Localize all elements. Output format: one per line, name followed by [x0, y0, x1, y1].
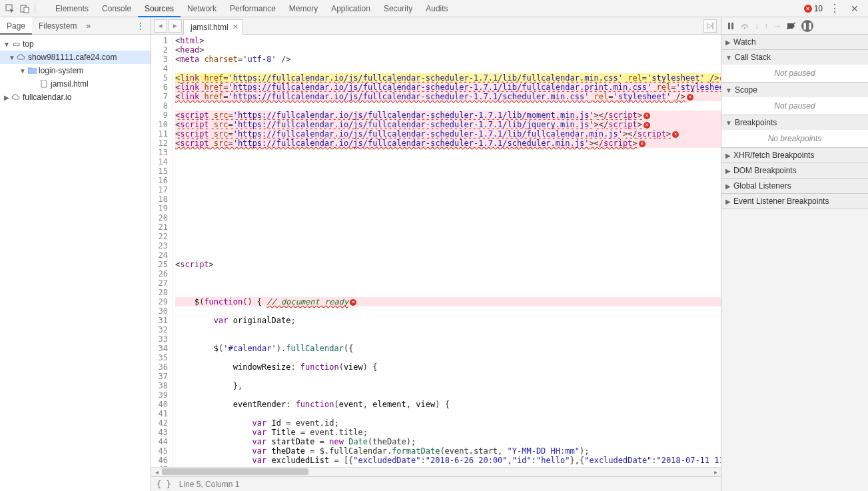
panel-dom: ▶DOM Breakpoints: [721, 163, 868, 179]
code-line[interactable]: $('#calendar').fullCalendar({: [175, 344, 721, 353]
tree-folder[interactable]: ▼login-system: [0, 64, 151, 77]
code-line[interactable]: <html>: [175, 36, 721, 45]
device-icon[interactable]: [17, 1, 32, 16]
code-line[interactable]: [175, 148, 721, 157]
debugger-pane: ↓ ↑ → ❚❚ ▶Watch ▼Call Stack Not paused ▼…: [721, 17, 868, 491]
code-line[interactable]: [175, 409, 721, 418]
tab-performance[interactable]: Performance: [223, 0, 282, 17]
panel-xhr: ▶XHR/fetch Breakpoints: [721, 148, 868, 163]
tab-audits[interactable]: Audits: [419, 0, 454, 17]
code-line[interactable]: [175, 232, 721, 241]
deactivate-bp-icon[interactable]: [787, 22, 796, 30]
navigator-tabs: Page Filesystem » ⋮: [0, 17, 151, 35]
code-line[interactable]: [175, 278, 721, 288]
code-editor[interactable]: 1234567891011121314151617181920212223242…: [151, 35, 721, 467]
code-line[interactable]: $(function() { // document ready×: [175, 297, 721, 306]
run-snippet-icon[interactable]: ▷|: [703, 19, 717, 33]
pause-icon[interactable]: [727, 22, 735, 30]
step-over-icon[interactable]: [740, 22, 749, 30]
code-line[interactable]: <script src='https://fullcalendar.io/js/…: [175, 129, 721, 139]
step-into-icon[interactable]: ↓: [755, 21, 759, 31]
nav-back-icon[interactable]: ◂: [154, 19, 167, 33]
code-line[interactable]: [175, 390, 721, 400]
code-line[interactable]: [175, 64, 721, 73]
code-line[interactable]: [175, 241, 721, 250]
close-icon[interactable]: ✕: [847, 3, 863, 14]
scroll-thumb[interactable]: [162, 468, 308, 475]
tree-domain2[interactable]: ▶fullcalendar.io: [0, 91, 151, 104]
code-line[interactable]: <link href='https://fullcalendar.io/js/f…: [175, 73, 721, 83]
step-out-icon[interactable]: ↑: [764, 21, 768, 31]
separator: [35, 3, 35, 14]
pause-exceptions-icon[interactable]: ❚❚: [801, 20, 813, 32]
code-line[interactable]: <script src='https://fullcalendar.io/js/…: [175, 111, 721, 120]
code-line[interactable]: <script src='https://fullcalendar.io/js/…: [175, 120, 721, 129]
code-line[interactable]: windowResize: function(view) {: [175, 362, 721, 372]
code-line[interactable]: <head>: [175, 45, 721, 55]
step-icon[interactable]: →: [773, 21, 781, 31]
code-line[interactable]: [175, 176, 721, 185]
code-line[interactable]: [175, 250, 721, 260]
code-line[interactable]: [175, 223, 721, 232]
code-line[interactable]: [175, 185, 721, 195]
navigator-menu-icon[interactable]: ⋮: [131, 21, 151, 31]
tab-console[interactable]: Console: [95, 0, 138, 17]
debug-toolbar: ↓ ↑ → ❚❚: [721, 17, 868, 35]
file-tab[interactable]: jamsil.html ✕: [183, 19, 243, 35]
code-line[interactable]: [175, 195, 721, 204]
code-line[interactable]: <link href='https://fullcalendar.io/js/f…: [175, 83, 721, 92]
tab-memory[interactable]: Memory: [282, 0, 324, 17]
code-line[interactable]: [175, 167, 721, 176]
inspect-icon[interactable]: [3, 1, 17, 16]
tab-application[interactable]: Application: [324, 0, 377, 17]
error-count-badge[interactable]: × 10: [804, 4, 823, 13]
line-gutter: 1234567891011121314151617181920212223242…: [151, 35, 173, 467]
code-line[interactable]: var originalDate;: [175, 316, 721, 325]
code-line[interactable]: <link href='https://fullcalendar.io/js/f…: [175, 92, 721, 101]
code-line[interactable]: var excludedList = [{"excludedDate":"201…: [175, 456, 721, 465]
scroll-track[interactable]: [162, 468, 710, 476]
code-line[interactable]: <script src='https://fullcalendar.io/js/…: [175, 139, 721, 148]
tree-file[interactable]: jamsil.html: [0, 77, 151, 91]
scroll-left-icon[interactable]: ◂: [151, 468, 162, 476]
code-line[interactable]: },: [175, 381, 721, 390]
svg-rect-4: [731, 23, 733, 29]
tree-domain[interactable]: ▼show981111.cafe24.com: [0, 51, 151, 64]
code-line[interactable]: eventRender: function(event, element, vi…: [175, 400, 721, 409]
tab-filesystem[interactable]: Filesystem: [32, 17, 83, 35]
tab-page[interactable]: Page: [0, 17, 32, 35]
code-line[interactable]: var startDate = new Date(theDate);: [175, 437, 721, 446]
code-line[interactable]: <script>: [175, 260, 721, 269]
code-line[interactable]: [175, 213, 721, 223]
code-line[interactable]: var Id = event.id;: [175, 418, 721, 428]
code-line[interactable]: var Title = event.title;: [175, 428, 721, 437]
code-line[interactable]: [175, 204, 721, 213]
close-tab-icon[interactable]: ✕: [232, 23, 238, 31]
code-line[interactable]: [175, 372, 721, 381]
panel-event: ▶Event Listener Breakpoints: [721, 194, 868, 209]
tab-elements[interactable]: Elements: [49, 0, 95, 17]
tree-top[interactable]: ▼▭top: [0, 37, 151, 51]
code-line[interactable]: [175, 269, 721, 278]
code-line[interactable]: [175, 306, 721, 316]
pretty-print-icon[interactable]: { }: [157, 480, 171, 489]
scroll-right-icon[interactable]: ▸: [710, 468, 721, 476]
tab-security[interactable]: Security: [377, 0, 419, 17]
code-line[interactable]: var theDate = $.fullCalendar.formatDate(…: [175, 446, 721, 456]
code-line[interactable]: [175, 101, 721, 111]
code-area[interactable]: <html><head><meta charset='utf-8' /> <li…: [173, 35, 721, 467]
code-line[interactable]: [175, 288, 721, 297]
settings-menu-icon[interactable]: ⋮: [825, 2, 844, 15]
code-line[interactable]: [175, 465, 721, 467]
nav-fwd-icon[interactable]: ▸: [169, 19, 182, 33]
horizontal-scrollbar[interactable]: ◂ ▸: [151, 467, 721, 476]
cursor-position: Line 5, Column 1: [179, 480, 240, 489]
code-line[interactable]: [175, 157, 721, 167]
code-line[interactable]: [175, 334, 721, 344]
code-line[interactable]: <meta charset='utf-8' />: [175, 55, 721, 64]
code-line[interactable]: [175, 325, 721, 334]
code-line[interactable]: [175, 353, 721, 362]
more-tabs-icon[interactable]: »: [86, 21, 91, 31]
tab-network[interactable]: Network: [181, 0, 223, 17]
tab-sources[interactable]: Sources: [138, 0, 181, 17]
